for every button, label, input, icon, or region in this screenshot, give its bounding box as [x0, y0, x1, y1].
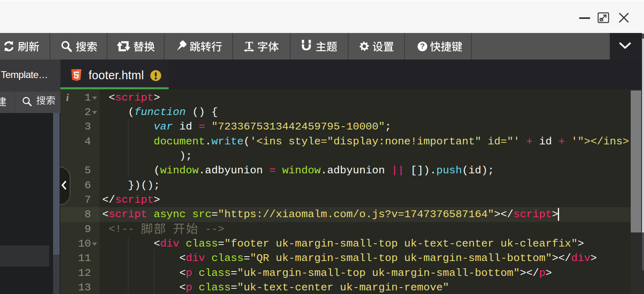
svg-text:?: ? — [420, 42, 425, 50]
